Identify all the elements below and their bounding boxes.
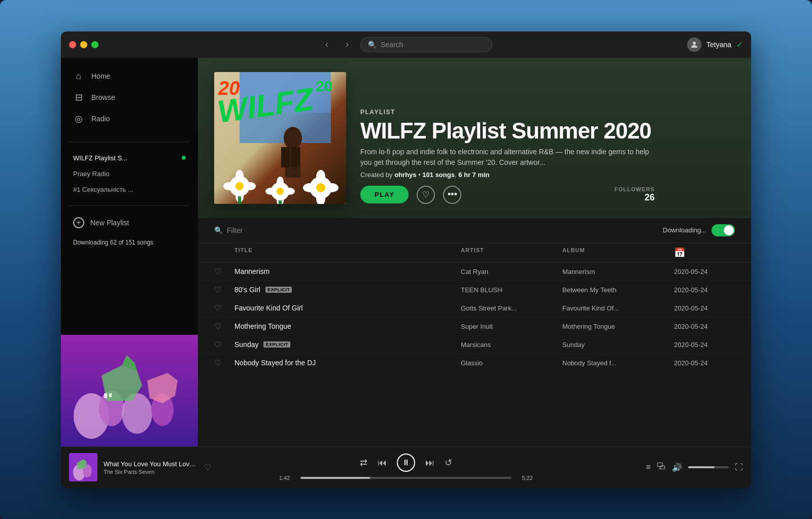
shuffle-button[interactable]: ⇄ <box>360 457 367 468</box>
more-options-button[interactable]: ••• <box>443 186 461 204</box>
downloading-status: Downloading... <box>663 224 735 236</box>
playlist-item-label: Praey Radio <box>73 170 110 178</box>
track-row[interactable]: ♡ Favourite Kind Of Girl Gotts Street Pa… <box>198 299 751 318</box>
track-album: Nobody Stayed f... <box>562 359 674 367</box>
search-icon: 🔍 <box>368 41 377 49</box>
progress-bar[interactable] <box>300 477 512 479</box>
toggle-knob <box>724 225 734 235</box>
filter-input-container[interactable]: 🔍 <box>214 226 316 234</box>
sidebar-item-radio[interactable]: ◎ Radio <box>61 108 198 129</box>
np-track-name: What You Love You Must Love Now <box>104 460 198 468</box>
now-playing-artwork <box>69 453 97 481</box>
track-title-cell: Sunday EXPLICIT <box>234 340 461 349</box>
track-like-button[interactable]: ♡ <box>214 322 234 331</box>
track-date: 2020-05-24 <box>674 268 735 275</box>
app-window: ‹ › 🔍 Tetyana ✓ ⌂ Home ⊟ <box>61 31 751 488</box>
track-like-button[interactable]: ♡ <box>214 285 234 295</box>
fullscreen-button[interactable] <box>91 41 98 48</box>
track-row[interactable]: ♡ Sunday EXPLICIT Marsicans Sunday 2020-… <box>198 336 751 354</box>
sidebar: ⌂ Home ⊟ Browse ◎ Radio WILFZ Playlist S… <box>61 58 198 446</box>
total-time: 5:22 <box>517 475 533 481</box>
track-date: 2020-05-24 <box>674 323 735 330</box>
track-title-cell: Mannerism <box>234 267 461 275</box>
playlist-actions: PLAY ♡ ••• FOLLOWERS 26 <box>360 186 655 204</box>
svg-text:20: 20 <box>316 78 332 94</box>
track-table-header: TITLE ARTIST ALBUM 📅 <box>198 243 751 263</box>
search-bar[interactable]: 🔍 <box>360 37 492 52</box>
np-progress: 1:42 5:22 <box>279 475 533 481</box>
track-artist: Gotts Street Park... <box>461 304 562 312</box>
home-icon: ⌂ <box>73 71 84 82</box>
track-title: Nobody Stayed for the DJ <box>234 359 316 367</box>
user-name: Tetyana <box>706 41 731 49</box>
pause-button[interactable]: ⏸ <box>397 454 415 472</box>
volume-bar[interactable] <box>688 466 729 468</box>
like-playlist-button[interactable]: ♡ <box>417 186 435 204</box>
svg-point-0 <box>693 42 696 45</box>
followers-label: FOLLOWERS <box>615 186 655 192</box>
playlist-item-wilfz[interactable]: WILFZ Playlist S... <box>61 150 198 166</box>
track-like-button[interactable]: ♡ <box>214 267 234 276</box>
playlist-info: PLAYLIST WILFZ Playlist Summer 2020 From… <box>360 72 655 204</box>
active-indicator <box>182 156 186 160</box>
main-content: 20 WILFZ 20 <box>198 58 751 446</box>
svg-point-35 <box>316 183 325 192</box>
track-title-cell: Favourite Kind Of Girl <box>234 304 461 312</box>
svg-point-38 <box>303 183 316 192</box>
track-like-button[interactable]: ♡ <box>214 358 234 368</box>
fullscreen-view-button[interactable]: ⛶ <box>735 463 743 472</box>
track-like-button[interactable]: ♡ <box>214 303 234 313</box>
playlist-cover: 20 WILFZ 20 <box>214 72 346 204</box>
tracklist-area[interactable]: 🔍 Downloading... TITLE A <box>198 218 751 446</box>
track-row[interactable]: ♡ Nobody Stayed for the DJ Glassio Nobod… <box>198 354 751 372</box>
minimize-button[interactable] <box>80 41 87 48</box>
playlist-duration: 6 hr 7 min <box>458 171 489 179</box>
back-button[interactable]: ‹ <box>320 38 334 52</box>
svg-point-32 <box>284 188 295 195</box>
track-artist: Glassio <box>461 359 562 367</box>
previous-button[interactable]: ⏮ <box>378 458 387 468</box>
track-album: Mannerism <box>562 268 674 275</box>
sidebar-item-home[interactable]: ⌂ Home <box>61 66 198 87</box>
repeat-button[interactable]: ↺ <box>445 457 452 468</box>
filter-input[interactable] <box>227 226 316 234</box>
play-button[interactable]: PLAY <box>360 186 409 203</box>
new-playlist-button[interactable]: + New Playlist <box>61 212 198 233</box>
np-right: ≡ 🔊 ⛶ <box>601 462 743 473</box>
playlist-meta: Created by ohrhys • 101 songs, 6 hr 7 mi… <box>360 171 655 179</box>
track-date: 2020-05-24 <box>674 341 735 349</box>
playlist-item-sexy[interactable]: #1 Сексуальність ... <box>61 182 198 197</box>
playlist-header: 20 WILFZ 20 <box>198 58 751 218</box>
track-like-button[interactable]: ♡ <box>214 340 234 350</box>
np-center: ⇄ ⏮ ⏸ ⏭ ↺ 1:42 5:22 <box>211 454 601 481</box>
track-artist: Marsicans <box>461 341 562 349</box>
svg-rect-15 <box>281 147 289 167</box>
col-date: 📅 <box>674 247 735 258</box>
devices-button[interactable] <box>657 462 666 473</box>
track-row[interactable]: ♡ Mannerism Cat Ryan Mannerism 2020-05-2… <box>198 263 751 281</box>
close-button[interactable] <box>69 41 76 48</box>
playlist-item-praey[interactable]: Praey Radio <box>61 166 198 182</box>
track-title: Mothering Tongue <box>234 322 291 330</box>
track-artist: Cat Ryan <box>461 268 562 275</box>
now-playing-bar: What You Love You Must Love Now The Six … <box>61 446 751 488</box>
next-button[interactable]: ⏭ <box>425 458 434 468</box>
current-time: 1:42 <box>279 475 295 481</box>
forward-button[interactable]: › <box>340 38 354 52</box>
download-toggle[interactable] <box>712 224 735 236</box>
col-like <box>214 247 234 258</box>
np-like-button[interactable]: ♡ <box>204 463 211 472</box>
track-title-cell: 80's Girl EXPLICIT <box>234 286 461 294</box>
search-input[interactable] <box>381 41 485 49</box>
track-album: Between My Teeth <box>562 286 674 294</box>
np-artist-name: The Six Parts Seven <box>104 469 198 475</box>
avatar <box>687 38 701 52</box>
track-row[interactable]: ♡ Mothering Tongue Super Inuit Mothering… <box>198 318 751 336</box>
track-title-cell: Mothering Tongue <box>234 322 461 330</box>
queue-button[interactable]: ≡ <box>646 463 651 472</box>
volume-button[interactable]: 🔊 <box>672 463 682 472</box>
sidebar-item-browse[interactable]: ⊟ Browse <box>61 87 198 108</box>
svg-point-21 <box>235 182 244 190</box>
dino-art <box>61 335 198 446</box>
track-row[interactable]: ♡ 80's Girl EXPLICIT TEEN BLUSH Between … <box>198 281 751 299</box>
